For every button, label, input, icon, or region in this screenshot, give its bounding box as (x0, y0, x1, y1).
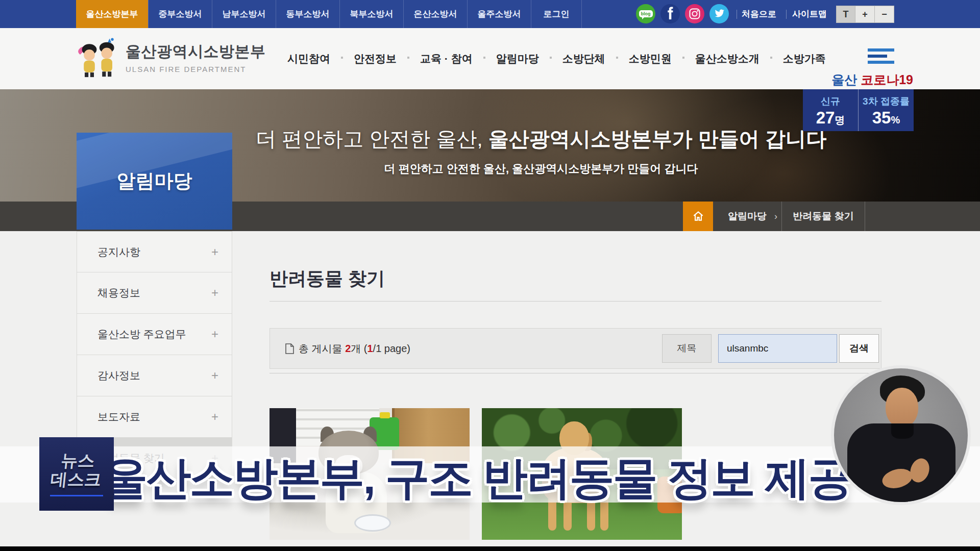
document-icon (285, 343, 294, 354)
twitter-icon[interactable] (709, 4, 729, 23)
font-increase-button[interactable]: + (855, 6, 875, 23)
tab-bukbu[interactable]: 북부소방서 (339, 0, 403, 28)
instagram-glyph (689, 8, 700, 19)
nav-about[interactable]: 울산소방소개 (683, 48, 771, 69)
topbar-divider (786, 10, 787, 19)
board-page-number: 1 (367, 343, 373, 354)
font-decrease-button[interactable]: − (875, 6, 894, 23)
chevron-right-icon: › (774, 211, 777, 222)
tab-onsan[interactable]: 온산소방서 (403, 0, 467, 28)
nav-notice[interactable]: 알림마당 (484, 48, 551, 69)
logo-text[interactable]: 울산광역시소방본부 ULSAN FIRE DEPARTMENT (126, 41, 266, 73)
board-total-suffix: /1 page) (373, 343, 410, 354)
breadcrumb-level1[interactable]: 알림마당 › (713, 202, 782, 231)
plus-icon: + (211, 368, 218, 383)
newsdesk-logo-text: 뉴스 데스크 (50, 452, 104, 489)
sidebar-item-audit[interactable]: 감사정보 + (77, 355, 232, 396)
section-title-box: 알림마당 (77, 133, 232, 230)
tab-ulsan-hq[interactable]: 울산소방본부 (76, 0, 148, 28)
section-title: 알림마당 (117, 168, 192, 194)
tab-nambu[interactable]: 남부소방서 (212, 0, 276, 28)
sidebar-item-label: 울산소방 주요업무 (97, 327, 186, 341)
nav-safety[interactable]: 안전정보 (342, 48, 408, 69)
board-total-prefix: 총 게시물 (299, 343, 342, 354)
sidebar-item-label: 공지사항 (97, 245, 140, 259)
covid-stats-box: 신규 27명 3차 접종률 35% (803, 89, 914, 131)
covid-new-cases: 신규 27명 (803, 89, 858, 131)
board-search: 제목 검색 (662, 334, 879, 363)
sidebar-item-notices[interactable]: 공지사항 + (77, 231, 232, 272)
facebook-icon[interactable] (660, 4, 680, 23)
board-info-bar: 총 게시물 2개 (1/1 page) 제목 검색 (270, 328, 881, 369)
breadcrumb-level2-label: 반려동물 찾기 (793, 210, 853, 223)
hero-text: 더 편안하고 안전한 울산, 울산광역시소방본부가 만들어 갑니다 더 편안하고… (214, 125, 868, 177)
hero-headline: 더 편안하고 안전한 울산, 울산광역시소방본부가 만들어 갑니다 (214, 125, 868, 153)
sidebar-item-main-duties[interactable]: 울산소방 주요업무 + (77, 314, 232, 355)
blog-icon[interactable]: blog (636, 4, 655, 23)
blog-label: blog (641, 11, 651, 16)
search-field-select[interactable]: 제목 (662, 334, 712, 363)
covid-new-number: 27 (816, 108, 835, 127)
letterbox-bar (0, 546, 980, 551)
board-total-count: 2 (345, 343, 351, 354)
covid-new-unit: 명 (835, 114, 845, 126)
home-link[interactable]: 처음으로 (742, 0, 776, 28)
plus-icon: + (211, 327, 218, 341)
station-tabs: 울산소방본부 중부소방서 남부소방서 동부소방서 북부소방서 온산소방서 울주소… (76, 0, 582, 28)
covid-title-label: 코로나19 (861, 72, 913, 87)
sidebar-item-label: 감사정보 (97, 368, 140, 383)
topbar-divider (737, 10, 737, 19)
home-icon (692, 210, 705, 223)
sidebar-item-press[interactable]: 보도자료 + (77, 396, 232, 438)
font-size-controls: T + − (836, 6, 894, 23)
nav-organizations[interactable]: 소방단체 (551, 48, 617, 69)
breadcrumb-level2[interactable]: 반려동물 찾기 (782, 202, 865, 231)
nav-citizen[interactable]: 시민참여 (276, 48, 342, 69)
covid-booster-value: 35% (872, 109, 900, 126)
instagram-icon[interactable] (685, 4, 704, 23)
covid-region-label: 울산 (831, 72, 857, 87)
sidebar-item-label: 채용정보 (97, 286, 140, 300)
newsdesk-line1: 뉴스 (52, 452, 104, 470)
page-title: 반려동물 찾기 (270, 266, 385, 291)
plus-icon: + (211, 410, 218, 424)
font-base-button[interactable]: T (836, 6, 855, 23)
breadcrumb-level1-label: 알림마당 (728, 210, 767, 223)
covid-booster-number: 35 (872, 108, 891, 127)
logo-subtitle: ULSAN FIRE DEPARTMENT (126, 65, 266, 73)
top-utility-bar: 울산소방본부 중부소방서 남부소방서 동부소방서 북부소방서 온산소방서 울주소… (0, 0, 980, 28)
mascot-logo[interactable] (76, 36, 121, 83)
nav-education[interactable]: 교육 · 참여 (408, 48, 484, 69)
search-button[interactable]: 검색 (839, 334, 879, 363)
search-input[interactable] (718, 334, 837, 363)
logo-title: 울산광역시소방본부 (126, 41, 266, 62)
breadcrumb-home-button[interactable] (683, 202, 713, 231)
plus-icon: + (211, 286, 218, 300)
covid-new-value: 27명 (816, 109, 845, 126)
nav-civil[interactable]: 소방민원 (617, 48, 683, 69)
hamburger-menu-icon[interactable] (868, 48, 894, 64)
tab-ulju[interactable]: 울주소방서 (467, 0, 531, 28)
photo-jug-cap (380, 412, 390, 418)
hero-subheadline: 더 편안하고 안전한 울산, 울산광역시소방본부가 만들어 갑니다 (214, 161, 868, 177)
tab-login[interactable]: 로그인 (531, 0, 582, 28)
news-caption: 울산소방본부, 구조 반려동물 정보 제공 (0, 448, 954, 509)
facebook-glyph (660, 4, 680, 23)
hero-headline-bold: 울산광역시소방본부가 만들어 갑니다 (488, 128, 826, 150)
sidebar-item-label: 보도자료 (97, 410, 140, 424)
covid-badge: 울산 코로나19 (831, 71, 913, 88)
tab-dongbu[interactable]: 동부소방서 (276, 0, 339, 28)
nav-family[interactable]: 소방가족 (771, 48, 838, 69)
tab-jungbu[interactable]: 중부소방서 (148, 0, 212, 28)
newsdesk-logo: 뉴스 데스크 (39, 437, 114, 511)
newsdesk-line2: 데스크 (50, 470, 102, 489)
covid-booster-label: 3차 접종률 (863, 95, 910, 108)
newsdesk-logo-underline (50, 495, 103, 496)
blog-bubble: blog (639, 10, 653, 17)
social-links: blog (636, 4, 729, 23)
twitter-glyph (713, 8, 725, 20)
sitemap-link[interactable]: 사이트맵 (792, 0, 827, 28)
interpreter-collar (891, 423, 914, 439)
board-total-mid: 개 ( (351, 343, 367, 354)
sidebar-item-recruitment[interactable]: 채용정보 + (77, 272, 232, 314)
